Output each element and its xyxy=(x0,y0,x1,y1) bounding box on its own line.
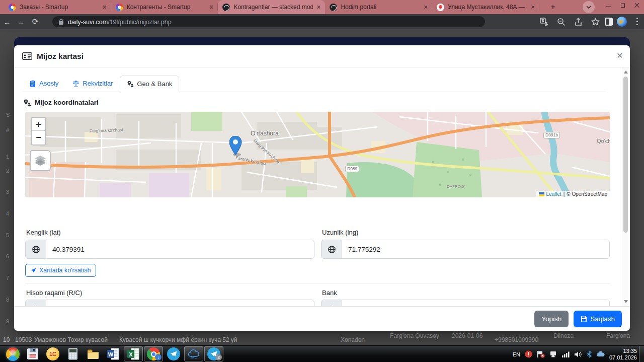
taskbar-cloud-app[interactable]: BTC xyxy=(184,346,203,361)
url-path: /19l/public/mijozlar.php xyxy=(108,19,171,26)
device-tray-icon[interactable] xyxy=(549,350,557,358)
browser-tab-zakazy[interactable]: Заказы - Smartup × xyxy=(4,0,111,14)
lat-input[interactable] xyxy=(46,240,314,258)
taskbar-clock[interactable]: 13:35 07.01.2026 xyxy=(609,348,637,361)
tab-close-icon[interactable]: × xyxy=(531,4,535,11)
osm-link[interactable]: © OpenStreetMap xyxy=(567,191,607,197)
back-button[interactable]: ← xyxy=(0,18,14,26)
translate-icon[interactable] xyxy=(540,18,548,26)
reload-button[interactable]: ⟳ xyxy=(28,17,42,26)
window-close-button[interactable] xyxy=(630,0,644,11)
side-panel-button[interactable] xyxy=(605,18,613,26)
chrome-badge: ↓ xyxy=(155,354,162,360)
taskbar-calculator[interactable] xyxy=(63,346,83,361)
lng-input-group xyxy=(321,240,610,259)
new-tab-button[interactable]: + xyxy=(546,1,559,14)
window-controls xyxy=(602,0,644,11)
scales-icon xyxy=(72,80,79,87)
address-bar[interactable]: daily-suvi.com/19l/public/mijozlar.php xyxy=(52,16,485,27)
tab-close-icon[interactable]: × xyxy=(103,4,107,11)
window-minimize-button[interactable] xyxy=(602,0,616,11)
map-pin-user-icon xyxy=(127,81,134,88)
show-on-map-label: Xaritada ko'rsatish xyxy=(39,267,91,274)
scroll-down-arrow[interactable] xyxy=(624,300,628,303)
row-number: 1 xyxy=(6,154,9,160)
cloud-tray-icon[interactable] xyxy=(596,351,605,357)
tab-search-chevron-icon[interactable] xyxy=(583,1,595,13)
folder-icon xyxy=(87,347,100,360)
bluetooth-tray-icon[interactable] xyxy=(587,350,592,358)
bank-input[interactable] xyxy=(342,300,609,306)
browser-tab-yandex-maps[interactable]: Улица Мустакиллик, 48А — Я × xyxy=(432,0,539,14)
bookmark-star-icon[interactable] xyxy=(591,18,600,26)
zoom-search-icon[interactable] xyxy=(557,18,566,26)
row-number: 3 xyxy=(6,189,9,195)
tab-asosiy[interactable]: Asosiy xyxy=(22,75,65,92)
table-cell-region: Farg'ona Quvasoy xyxy=(390,332,439,339)
network-tray-icon[interactable] xyxy=(561,351,570,358)
table-cell-num: 10 xyxy=(3,336,10,343)
volume-tray-icon[interactable] xyxy=(574,351,582,358)
bank-icon xyxy=(321,300,342,306)
taskbar-file-explorer[interactable] xyxy=(84,346,103,361)
table-cell-name: Умаржонов Тохир кувасой xyxy=(34,336,108,343)
tab-rekvizitlar[interactable]: Rekvizitlar xyxy=(65,75,120,92)
scroll-up-arrow[interactable] xyxy=(624,70,628,74)
modal-close-icon[interactable]: × xyxy=(617,50,623,61)
map-layers-control[interactable] xyxy=(30,150,51,171)
taskbar-floppy-app[interactable] xyxy=(23,346,42,361)
save-floppy-icon xyxy=(581,316,587,322)
bank-input-group xyxy=(321,300,610,306)
forward-button[interactable]: → xyxy=(14,18,28,26)
lng-label: Uzunlik (lng) xyxy=(322,229,358,236)
map-marker-icon[interactable] xyxy=(229,136,243,156)
map-zoom-out-button[interactable]: − xyxy=(32,131,45,144)
tab-geo-bank[interactable]: Geo & Bank xyxy=(120,76,179,92)
cloud-label: BTC xyxy=(191,356,197,359)
1c-label: 1С xyxy=(49,351,56,357)
client-card-modal: Mijoz kartasi × Asosiy Rekvizitlar Geo &… xyxy=(14,45,630,331)
start-button[interactable] xyxy=(3,346,22,361)
taskbar-telegram-2[interactable]: 2 xyxy=(204,346,223,361)
lng-input[interactable] xyxy=(342,240,609,258)
save-button[interactable]: Saqlash xyxy=(574,311,622,327)
language-indicator[interactable]: EN xyxy=(513,351,520,357)
table-cell-type: Xonadon xyxy=(341,336,365,343)
toolbar-action-icons xyxy=(540,14,600,29)
tab-close-icon[interactable]: × xyxy=(316,4,320,11)
taskbar-word[interactable]: W xyxy=(104,346,123,361)
share-icon[interactable] xyxy=(574,18,583,26)
map-zoom-in-button[interactable]: + xyxy=(32,118,45,131)
map-pin-favicon xyxy=(437,4,444,11)
account-label: Hisob raqami (R/C) xyxy=(26,289,82,297)
taskbar-chrome-active[interactable]: ↓ xyxy=(144,346,163,361)
tab-close-icon[interactable]: × xyxy=(209,4,213,11)
browser-menu-icon[interactable] xyxy=(636,18,638,19)
show-on-map-button[interactable]: Xaritada ko'rsatish xyxy=(25,264,96,277)
window-restore-button[interactable] xyxy=(616,0,630,11)
browser-tab-hodim[interactable]: Hodim portali × xyxy=(325,0,432,14)
close-button[interactable]: Yopish xyxy=(534,311,569,327)
alert-tray-icon[interactable] xyxy=(525,350,532,358)
scrollbar-thumb[interactable] xyxy=(623,77,628,233)
leaflet-map[interactable]: O'rtashura Fargʻona ko'chasi Margʻilon k… xyxy=(25,112,610,197)
row-label: S xyxy=(6,112,10,118)
taskbar-excel-active[interactable]: X xyxy=(124,346,143,361)
save-button-label: Saqlash xyxy=(590,315,615,323)
show-desktop-button[interactable] xyxy=(639,346,644,362)
account-input[interactable] xyxy=(46,300,314,306)
clock-time: 13:35 xyxy=(609,348,637,354)
taskbar-1c-app[interactable]: 1С xyxy=(43,346,62,361)
tab-close-icon[interactable]: × xyxy=(424,4,428,11)
leaflet-link[interactable]: Leaflet xyxy=(546,191,561,197)
smartup-favicon xyxy=(116,4,123,11)
modal-scrollbar[interactable] xyxy=(622,67,628,306)
row-number: 8 xyxy=(6,297,9,303)
browser-tab-kontragentlar-active[interactable]: Kontragentlar — stacked moda × xyxy=(218,0,325,14)
attr-separator: | xyxy=(564,191,565,197)
profile-avatar[interactable] xyxy=(617,17,627,27)
calculator-icon xyxy=(66,347,79,360)
flag-tray-icon[interactable] xyxy=(537,350,545,358)
browser-tab-kontragenty[interactable]: Контрагенты - Smartup × xyxy=(111,0,218,14)
taskbar-telegram[interactable] xyxy=(164,346,183,361)
